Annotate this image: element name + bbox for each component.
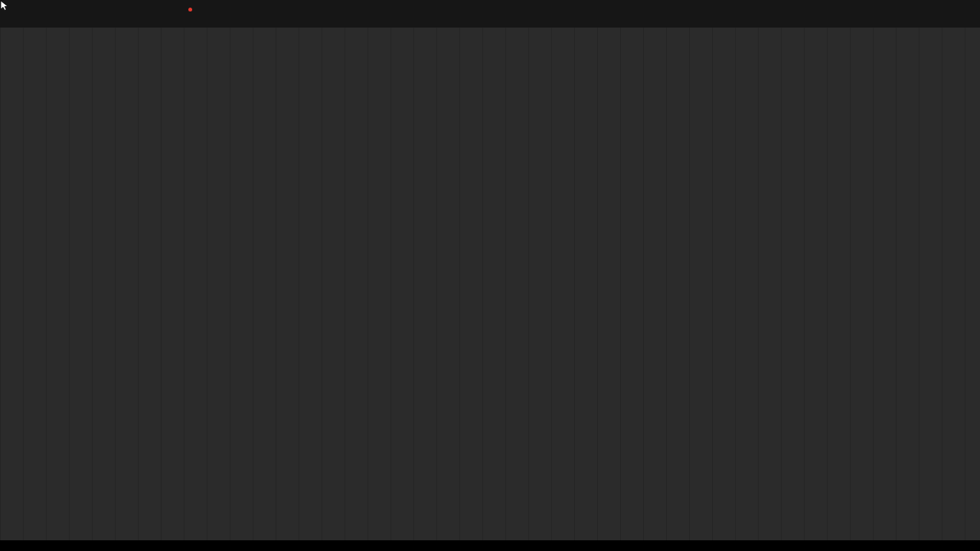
rack bbox=[0, 28, 980, 540]
bottom-bar bbox=[0, 540, 980, 551]
menu-bar bbox=[0, 0, 980, 28]
row-subharmonicon-controls bbox=[126, 37, 814, 197]
notification-dot bbox=[188, 8, 192, 11]
vcv-rack-window bbox=[0, 0, 980, 551]
row-notes-and-fx bbox=[126, 371, 814, 532]
row-patch-bay bbox=[126, 203, 814, 366]
